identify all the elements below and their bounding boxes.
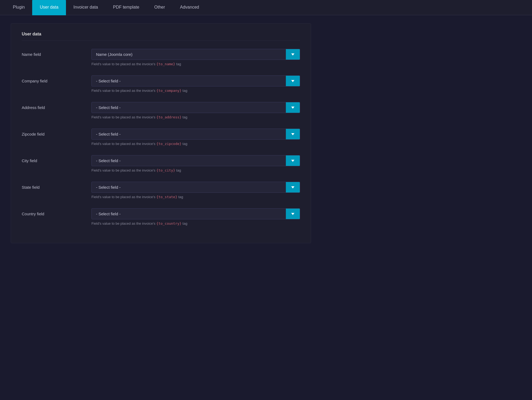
tabs-bar: PluginUser dataInvoicer dataPDF template… <box>0 0 532 15</box>
field-label-6: Country field <box>22 208 91 216</box>
select-dropdown-btn-5[interactable] <box>286 182 300 192</box>
field-control-4: - Select field -Field's value to be plac… <box>91 155 300 172</box>
field-label-1: Company field <box>22 75 91 83</box>
field-label-3: Zipcode field <box>22 129 91 136</box>
select-dropdown-btn-0[interactable] <box>286 49 300 60</box>
select-dropdown-btn-3[interactable] <box>286 129 300 139</box>
fields-container: Name fieldName (Joomla core)Field's valu… <box>22 49 300 226</box>
select-dropdown-btn-2[interactable] <box>286 102 300 113</box>
field-control-6: - Select field -Field's value to be plac… <box>91 208 300 226</box>
tab-other[interactable]: Other <box>147 0 172 15</box>
field-control-3: - Select field -Field's value to be plac… <box>91 129 300 146</box>
field-hint-0: Field's value to be placed as the invoic… <box>91 62 300 66</box>
chevron-down-icon <box>291 133 294 135</box>
field-label-2: Address field <box>22 102 91 110</box>
tag-highlight-2: {to_address} <box>156 115 182 119</box>
field-control-2: - Select field -Field's value to be plac… <box>91 102 300 119</box>
field-hint-5: Field's value to be placed as the invoic… <box>91 195 300 199</box>
tab-advanced[interactable]: Advanced <box>172 0 206 15</box>
section-card: User data Name fieldName (Joomla core)Fi… <box>11 23 311 243</box>
tab-user-data[interactable]: User data <box>32 0 66 15</box>
form-row-4: City field- Select field -Field's value … <box>22 155 300 172</box>
form-row-2: Address field- Select field -Field's val… <box>22 102 300 119</box>
select-wrapper-4[interactable]: - Select field - <box>91 155 300 166</box>
chevron-down-icon <box>291 80 294 82</box>
select-wrapper-1[interactable]: - Select field - <box>91 75 300 86</box>
tag-highlight-4: {to_city} <box>156 168 175 172</box>
field-hint-6: Field's value to be placed as the invoic… <box>91 221 300 226</box>
tag-highlight-5: {to_state} <box>156 195 177 199</box>
chevron-down-icon <box>291 160 294 162</box>
select-display-6[interactable]: - Select field - <box>92 209 286 219</box>
select-display-3[interactable]: - Select field - <box>92 129 286 139</box>
tag-highlight-0: {to_name} <box>156 62 175 66</box>
form-row-0: Name fieldName (Joomla core)Field's valu… <box>22 49 300 66</box>
field-label-5: State field <box>22 182 91 190</box>
tab-plugin[interactable]: Plugin <box>5 0 32 15</box>
form-row-5: State field- Select field -Field's value… <box>22 182 300 199</box>
chevron-down-icon <box>291 107 294 109</box>
form-row-1: Company field- Select field -Field's val… <box>22 75 300 93</box>
tag-highlight-6: {to_country} <box>156 221 182 226</box>
select-wrapper-0[interactable]: Name (Joomla core) <box>91 49 300 60</box>
field-label-4: City field <box>22 155 91 163</box>
select-wrapper-5[interactable]: - Select field - <box>91 182 300 193</box>
field-hint-4: Field's value to be placed as the invoic… <box>91 168 300 172</box>
chevron-down-icon <box>291 53 294 56</box>
select-wrapper-2[interactable]: - Select field - <box>91 102 300 113</box>
chevron-down-icon <box>291 213 294 215</box>
select-display-4[interactable]: - Select field - <box>92 155 286 166</box>
field-label-0: Name field <box>22 49 91 57</box>
form-row-3: Zipcode field- Select field -Field's val… <box>22 129 300 146</box>
field-hint-1: Field's value to be placed as the invoic… <box>91 89 300 93</box>
select-dropdown-btn-6[interactable] <box>286 209 300 219</box>
select-display-5[interactable]: - Select field - <box>92 182 286 192</box>
tab-invoicer-data[interactable]: Invoicer data <box>66 0 106 15</box>
section-title: User data <box>22 32 300 41</box>
tab-pdf-template[interactable]: PDF template <box>105 0 147 15</box>
select-display-1[interactable]: - Select field - <box>92 76 286 86</box>
select-wrapper-6[interactable]: - Select field - <box>91 208 300 219</box>
tag-highlight-1: {to_company} <box>156 89 182 93</box>
select-display-2[interactable]: - Select field - <box>92 102 286 113</box>
select-wrapper-3[interactable]: - Select field - <box>91 129 300 140</box>
form-row-6: Country field- Select field -Field's val… <box>22 208 300 226</box>
field-control-0: Name (Joomla core)Field's value to be pl… <box>91 49 300 66</box>
field-control-1: - Select field -Field's value to be plac… <box>91 75 300 93</box>
select-dropdown-btn-1[interactable] <box>286 76 300 86</box>
chevron-down-icon <box>291 186 294 188</box>
tag-highlight-3: {to_zipcode} <box>156 142 182 146</box>
field-hint-3: Field's value to be placed as the invoic… <box>91 142 300 146</box>
select-display-0[interactable]: Name (Joomla core) <box>92 49 286 60</box>
field-hint-2: Field's value to be placed as the invoic… <box>91 115 300 119</box>
select-dropdown-btn-4[interactable] <box>286 155 300 166</box>
field-control-5: - Select field -Field's value to be plac… <box>91 182 300 199</box>
